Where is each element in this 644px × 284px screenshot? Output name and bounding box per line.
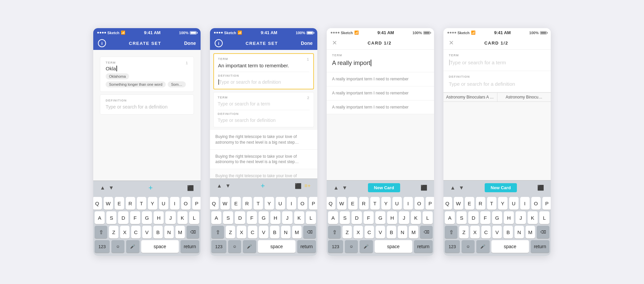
key-x[interactable]: X	[470, 226, 480, 238]
key-w[interactable]: W	[337, 197, 346, 210]
key-v[interactable]: V	[259, 226, 268, 238]
suggestion-item[interactable]: A really important term I need to rememb…	[327, 86, 434, 100]
key-m[interactable]: M	[409, 226, 418, 238]
backspace-key[interactable]: ⌫	[303, 226, 316, 238]
key-q[interactable]: Q	[93, 197, 102, 210]
add-card-button[interactable]: +	[261, 182, 265, 190]
camera-icon[interactable]: ⬛	[537, 185, 544, 191]
key-t[interactable]: T	[370, 197, 380, 210]
emoji-key[interactable]: ☺	[462, 240, 475, 253]
key-k[interactable]: K	[528, 211, 538, 224]
key-g[interactable]: G	[259, 211, 269, 224]
key-w[interactable]: W	[454, 197, 463, 210]
key-u[interactable]: U	[392, 197, 402, 210]
mic-key[interactable]: 🎤	[360, 240, 373, 253]
key-i[interactable]: I	[404, 197, 413, 210]
key-b[interactable]: B	[270, 226, 279, 238]
suggestion-item[interactable]: A really important term I need to rememb…	[327, 72, 434, 86]
tag-oklahoma[interactable]: Oklahoma	[106, 73, 129, 79]
key-e[interactable]: E	[348, 197, 358, 210]
term-value-3[interactable]: A really import	[332, 58, 429, 68]
key-n[interactable]: N	[164, 226, 174, 238]
suggestion-item[interactable]: A really important term I need to rememb…	[327, 100, 434, 115]
key-n[interactable]: N	[398, 226, 407, 238]
key-m[interactable]: M	[292, 226, 302, 238]
key-v[interactable]: V	[376, 226, 385, 238]
key-r[interactable]: R	[126, 197, 135, 210]
down-arrow-icon[interactable]: ▼	[342, 185, 347, 191]
key-z[interactable]: Z	[226, 226, 235, 238]
shift-key[interactable]: ⇧	[328, 226, 341, 238]
return-key[interactable]: return	[414, 240, 433, 253]
key-a[interactable]: A	[445, 211, 455, 224]
return-key[interactable]: return	[531, 240, 549, 253]
camera-icon[interactable]: ⬛	[295, 183, 302, 189]
suggestion-item[interactable]: Buying the right telescope to take your …	[210, 130, 317, 150]
suggestion-item[interactable]: Buying the right telescope to take your …	[210, 150, 317, 169]
tag-longer[interactable]: Something longer than one word	[106, 81, 166, 87]
key-c[interactable]: C	[365, 226, 374, 238]
down-arrow-icon[interactable]: ▼	[109, 185, 114, 191]
key-x[interactable]: X	[237, 226, 246, 238]
term-placeholder-4[interactable]: Type or search for a term	[449, 58, 545, 67]
mic-key[interactable]: 🎤	[126, 240, 139, 253]
backspace-key[interactable]: ⌫	[420, 226, 433, 238]
key-p[interactable]: P	[426, 197, 434, 210]
key-p[interactable]: P	[192, 197, 201, 210]
key-a[interactable]: A	[211, 211, 221, 224]
space-key[interactable]: space	[141, 240, 179, 253]
key-z[interactable]: Z	[342, 226, 352, 238]
info-icon[interactable]: i	[98, 39, 106, 47]
key-i[interactable]: I	[287, 197, 296, 210]
emoji-key[interactable]: ☺	[111, 240, 124, 253]
key-e[interactable]: E	[115, 197, 124, 210]
key-a[interactable]: A	[95, 211, 105, 224]
key-f[interactable]: F	[364, 211, 374, 224]
tag-som[interactable]: Som…	[168, 81, 186, 87]
definition-placeholder-1[interactable]: Type or search for a definition	[106, 103, 188, 110]
key-l[interactable]: L	[539, 211, 549, 224]
term-2-placeholder[interactable]: Type or search for a term	[218, 100, 310, 107]
emoji-key[interactable]: ☺	[228, 240, 241, 253]
key-h[interactable]: H	[387, 211, 397, 224]
space-key[interactable]: space	[491, 240, 529, 253]
space-key[interactable]: space	[258, 240, 296, 253]
close-button-4[interactable]: ✕	[449, 39, 454, 47]
mic-key[interactable]: 🎤	[476, 240, 489, 253]
numbers-key[interactable]: 123	[445, 240, 460, 253]
key-f[interactable]: F	[247, 211, 257, 224]
close-button-3[interactable]: ✕	[332, 39, 337, 47]
key-v[interactable]: V	[142, 226, 152, 238]
suggestion-item[interactable]: Buying the right telescope to take your …	[210, 169, 317, 179]
key-k[interactable]: K	[177, 211, 187, 224]
key-u[interactable]: U	[509, 197, 519, 210]
down-arrow-icon[interactable]: ▼	[459, 185, 464, 191]
key-o[interactable]: O	[531, 197, 541, 210]
new-card-button[interactable]: New Card	[485, 183, 517, 192]
key-j[interactable]: J	[282, 211, 292, 224]
key-y[interactable]: Y	[381, 197, 391, 210]
key-q[interactable]: Q	[443, 197, 452, 210]
key-m[interactable]: M	[526, 226, 535, 238]
key-p[interactable]: P	[309, 197, 318, 210]
numbers-key[interactable]: 123	[328, 240, 343, 253]
shift-key[interactable]: ⇧	[445, 226, 458, 238]
key-u[interactable]: U	[276, 197, 285, 210]
key-o[interactable]: O	[298, 197, 307, 210]
emoji-key[interactable]: ☺	[345, 240, 358, 253]
new-card-button[interactable]: New Card	[368, 183, 400, 192]
key-k[interactable]: K	[411, 211, 421, 224]
key-d[interactable]: D	[118, 211, 128, 224]
key-p[interactable]: P	[542, 197, 551, 210]
up-arrow-icon[interactable]: ▲	[217, 183, 222, 189]
done-button-2[interactable]: Done	[301, 41, 313, 46]
key-q[interactable]: Q	[327, 197, 335, 210]
key-h[interactable]: H	[270, 211, 280, 224]
key-q[interactable]: Q	[210, 197, 219, 210]
key-o[interactable]: O	[415, 197, 424, 210]
key-h[interactable]: H	[504, 211, 514, 224]
term-1-value[interactable]: An important term to remember.	[218, 62, 309, 69]
key-a[interactable]: A	[328, 211, 338, 224]
key-w[interactable]: W	[220, 197, 230, 210]
key-r[interactable]: R	[243, 197, 252, 210]
